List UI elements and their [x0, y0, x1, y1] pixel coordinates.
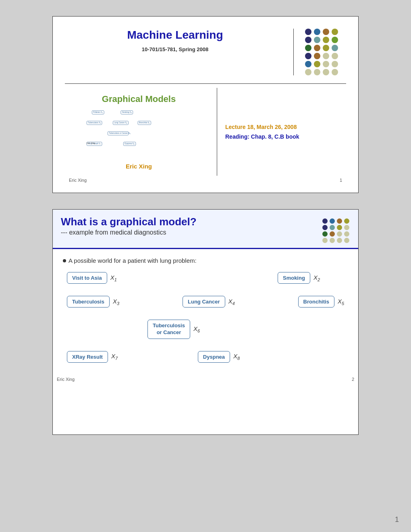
dot-cell-s2-2 [337, 218, 342, 224]
slide1-author: Eric Xing [126, 163, 152, 170]
dot-cell-s1-8 [305, 45, 311, 51]
mini-node-tborcancer: Tuberculosis or Cancer X6 [108, 131, 129, 135]
dot-cell-s1-22 [323, 69, 329, 75]
mini-node-dyspnea: Dyspnea X8 [123, 142, 136, 146]
page-number: 1 [395, 515, 399, 524]
graph-area: Visit to Asia X1 Smoking X2 Tuberculosis… [63, 272, 348, 363]
slide2-footer-author: Eric Xing [57, 377, 75, 382]
dot-cell-s1-12 [305, 53, 311, 59]
dot-cell-s1-19 [332, 61, 338, 67]
node-xray-result: XRay Result [67, 351, 108, 363]
mini-node-lungcancer: Lung Cancer X4 [113, 121, 129, 125]
node-visit-to-asia: Visit to Asia [67, 272, 107, 284]
dot-cell-s1-2 [323, 29, 329, 35]
node-lung-cancer: Lung Cancer [183, 296, 225, 308]
slide2-subtitle: --- example from medical diagnostics [61, 229, 322, 236]
dot-cell-s2-14 [337, 238, 342, 243]
dot-cell-s2-9 [330, 231, 335, 237]
slide1-header: Machine Learning 10-701/15-781, Spring 2… [65, 29, 346, 84]
dot-cell-s2-12 [322, 238, 328, 243]
var-x4: X4 [228, 298, 235, 306]
slide-1: Machine Learning 10-701/15-781, Spring 2… [52, 16, 359, 193]
var-x5: X5 [338, 298, 344, 306]
var-x1: X1 [110, 274, 117, 282]
dot-cell-s2-6 [337, 225, 342, 230]
dot-cell-s1-4 [305, 37, 311, 43]
slide1-page-number: 1 [340, 178, 342, 183]
graph-row-2: Tuberculosis X3 Lung Cancer X4 Bronchiti… [67, 296, 344, 308]
var-x7: X7 [111, 353, 118, 361]
dot-cell-s1-13 [314, 53, 320, 59]
slide2-page-number: 2 [352, 377, 354, 382]
dot-cell-s1-0 [305, 29, 311, 35]
node-bronchitis: Bronchitis [298, 296, 334, 308]
slide2-header: What is a graphical model? --- example f… [53, 210, 358, 249]
var-x3: X3 [113, 298, 119, 306]
dot-cell-s1-9 [314, 45, 320, 51]
slide-2: What is a graphical model? --- example f… [52, 209, 359, 435]
slide1-body-right: Lecture 18, March 26, 2008 Reading: Chap… [217, 88, 346, 176]
slide2-dot-area [322, 216, 350, 243]
slide1-header-left: Machine Learning 10-701/15-781, Spring 2… [65, 29, 294, 75]
slide1-course-info: 10-701/15-781, Spring 2008 [65, 46, 285, 52]
dot-cell-s2-15 [344, 238, 349, 243]
dot-cell-s1-10 [323, 45, 329, 51]
dot-cell-s1-16 [305, 61, 311, 67]
var-x6: X6 [193, 325, 200, 333]
dot-cell-s2-3 [344, 218, 349, 224]
dot-cell-s1-23 [332, 69, 338, 75]
dot-cell-s2-5 [330, 225, 335, 230]
var-x2: X2 [313, 274, 320, 282]
dot-cell-s1-21 [314, 69, 320, 75]
dot-cell-s2-1 [330, 218, 335, 224]
graph-row-3: Tuberculosisor Cancer X6 [67, 320, 344, 339]
slide1-lecture: Lecture 18, March 26, 2008 [225, 124, 338, 130]
dot-cell-s1-17 [314, 61, 320, 67]
slide2-main-title: What is a graphical model? [61, 216, 322, 228]
dot-decoration-1 [305, 29, 339, 75]
mini-node-tuberculosis: Tuberculosis X3 [87, 121, 102, 125]
dot-cell-s1-14 [323, 53, 329, 59]
slide1-footer: Eric Xing 1 [65, 176, 346, 185]
dot-cell-s1-1 [314, 29, 320, 35]
dot-cell-s1-15 [332, 53, 338, 59]
dot-cell-s1-6 [323, 37, 329, 43]
slide2-header-text: What is a graphical model? --- example f… [61, 216, 322, 236]
dot-cell-s1-7 [332, 37, 338, 43]
node-tuberculosis: Tuberculosis [67, 296, 110, 308]
slide2-footer: Eric Xing 2 [53, 375, 358, 384]
var-x8: X8 [233, 353, 240, 361]
slide1-topic: Graphical Models [102, 94, 176, 104]
node-dyspnea: Dyspnea [198, 351, 230, 363]
mini-node-bronchitis: Bronchitis X5 [137, 121, 151, 125]
mini-node-smoking: Smoking X2 [120, 110, 133, 114]
dot-cell-s2-4 [322, 225, 328, 230]
slide1-dot-grid-area [294, 29, 346, 75]
slide1-reading: Reading: Chap. 8, C.B book [225, 133, 338, 140]
dot-cell-s1-20 [305, 69, 311, 75]
dot-cell-s2-11 [344, 231, 349, 237]
slide1-body: Graphical Models Pollution X1 Smoking X2… [65, 88, 346, 176]
slide1-footer-author: Eric Xing [69, 178, 87, 183]
dot-cell-s2-8 [322, 231, 328, 237]
slide1-main-title: Machine Learning [65, 29, 285, 42]
node-tb-or-cancer: Tuberculosisor Cancer [147, 320, 190, 339]
dot-decoration-2 [322, 218, 350, 243]
dot-cell-s2-7 [344, 225, 349, 230]
dot-cell-s1-11 [332, 45, 338, 51]
node-smoking: Smoking [278, 272, 310, 284]
dot-cell-s2-0 [322, 218, 328, 224]
slide2-body: A possible world for a patient with lung… [53, 249, 358, 375]
slide1-body-left: Graphical Models Pollution X1 Smoking X2… [65, 88, 217, 176]
bullet-1: A possible world for a patient with lung… [63, 257, 348, 264]
dot-cell-s2-10 [337, 231, 342, 237]
bullet-dot-icon [63, 259, 66, 262]
dot-cell-s1-18 [323, 61, 329, 67]
mini-node-pollution: Pollution X1 [92, 110, 104, 114]
graph-row-4: XRay Result X7 Dyspnea X8 [67, 351, 344, 363]
dot-cell-s2-13 [330, 238, 335, 243]
bullet-text: A possible world for a patient with lung… [68, 257, 197, 264]
mini-diagram: Pollution X1 Smoking X2 Tuberculosis X3 … [87, 110, 155, 145]
mini-footer-author: Eric Xing [87, 142, 95, 145]
graph-row-1: Visit to Asia X1 Smoking X2 [67, 272, 344, 284]
